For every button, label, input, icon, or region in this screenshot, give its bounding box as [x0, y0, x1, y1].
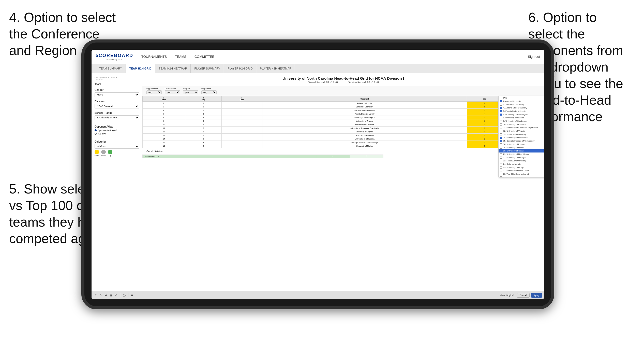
sub-nav-team-h2h-grid[interactable]: TEAM H2H GRID [126, 64, 155, 73]
dropdown-item[interactable]: 25. University of Oregon [499, 166, 544, 169]
sub-nav-player-h2h-grid[interactable]: PLAYER H2H GRID [224, 64, 256, 73]
toolbar-copy[interactable]: ▣ [109, 293, 113, 297]
cell-win: 5 [467, 144, 503, 148]
dropdown-item[interactable]: 6. University of Washington [499, 113, 544, 116]
col-rank: #Rank [143, 96, 185, 102]
dropdown-item[interactable]: 11. University of Arkansas, Fayetteville [499, 126, 544, 129]
dropdown-item[interactable]: 5. Florida State University [499, 109, 544, 113]
cell-rank: 9 [143, 119, 185, 123]
dropdown-item[interactable]: 18. University of Illinois [499, 146, 544, 149]
colour-select[interactable]: Win/loss [95, 144, 139, 149]
gender-select[interactable]: Men's [95, 92, 139, 97]
dropdown-item[interactable]: 16. University of Florida [499, 143, 544, 146]
school-select[interactable]: 1. University of Nort... [95, 115, 139, 120]
dropdown-item[interactable]: 12. University of Virginia [499, 129, 544, 133]
team-section: Team [95, 83, 139, 86]
dropdown-item-label: 22. University of Georgia [503, 156, 526, 159]
checkbox [500, 173, 502, 175]
dropdown-item[interactable]: 3. Vanderbilt University [499, 103, 544, 106]
table-row: 10 5 University of Alabama 3 0 [143, 123, 544, 127]
dropdown-item[interactable]: 23. Texas A&M University [499, 159, 544, 162]
checkbox [500, 120, 502, 122]
checkbox [500, 147, 502, 149]
dropdown-item[interactable]: 21. University of New Mexico [499, 152, 544, 156]
dropdown-item[interactable]: 24. Duke University [499, 162, 544, 166]
table-row: 15 4 Georgia Institute of Technology 5 0 [143, 141, 544, 144]
dropdown-item[interactable]: 15. Georgia Institute of Technology [499, 139, 544, 143]
center-content: University of North Carolina Head-to-Hea… [142, 73, 544, 291]
nav-tournaments[interactable]: TOURNAMENTS [141, 54, 167, 60]
dropdown-item-label: 25. University of Oregon [503, 166, 525, 169]
nav-teams[interactable]: TEAMS [175, 54, 186, 60]
checkbox [500, 110, 502, 112]
filter-region-select[interactable]: (All) [183, 90, 198, 94]
dropdown-item[interactable]: 29. San Diego State University [499, 176, 544, 177]
dropdown-item-label: 12. University of Virginia [503, 130, 525, 132]
cell-win: 1 [467, 116, 503, 119]
division-label: Division [95, 100, 139, 103]
dropdown-item[interactable]: 14. University of Oklahoma [499, 136, 544, 139]
colour-level-dot [101, 150, 106, 154]
sub-nav-team-summary[interactable]: TEAM SUMMARY [96, 64, 126, 73]
checkbox [500, 114, 502, 116]
colour-down: Down [95, 150, 99, 157]
dropdown-item[interactable]: 2. Auburn University [499, 100, 544, 103]
cancel-button[interactable]: Cancel [517, 293, 530, 298]
cell-conf [221, 109, 262, 112]
out-division-row: NCAA Division II 1 0 [143, 155, 383, 158]
filter-opponents-select[interactable]: (All) [146, 90, 162, 94]
cell-win: 4 [467, 112, 503, 116]
division-select[interactable]: NCAA Division I [95, 104, 139, 108]
dropdown-item[interactable]: 8. University of Arizona [499, 116, 544, 119]
table-row: 3 2 Vanderbilt University 0 4 [143, 105, 544, 109]
dropdown-item[interactable]: 4. Arizona State University [499, 106, 544, 109]
radio-opponents-played[interactable]: Opponents Played [95, 129, 139, 132]
cell-win: 1 [467, 130, 503, 134]
toolbar-settings[interactable]: ⚙ [114, 293, 118, 297]
cell-opponent: University of Florida [262, 144, 467, 148]
dropdown-item[interactable]: 28. The Ohio State University [499, 172, 544, 176]
tablet-screen: 5COREBOARD Powered by sport TOURNAMENTS … [92, 50, 544, 299]
dropdown-item[interactable]: 27. University of Notre Dame [499, 169, 544, 172]
dropdown-item[interactable]: (All) [499, 96, 544, 100]
cell-opponent: Vanderbilt University [262, 105, 467, 109]
cell-conf: 1 [221, 102, 262, 105]
cell-reg: 5 [185, 123, 221, 127]
dropdown-item[interactable]: 9. University of Oklahoma [499, 119, 544, 123]
nav-committee[interactable]: COMMITTEE [194, 54, 214, 60]
checkbox [500, 143, 502, 145]
nav-items: TOURNAMENTS TEAMS COMMITTEE [141, 54, 522, 60]
cell-opponent: University of Arkansas, Fayetteville [262, 127, 467, 130]
col-win: Win [467, 96, 503, 102]
filter-opponent-select[interactable]: (All) [201, 90, 217, 94]
table-row: 4 1 Arizona State University 5 1 [143, 109, 544, 112]
toolbar-back[interactable]: ◀ [104, 293, 108, 297]
cell-conf [221, 123, 262, 127]
sub-nav-player-summary[interactable]: PLAYER SUMMARY [191, 64, 224, 73]
dropdown-item[interactable]: 10. University of Alabama [499, 123, 544, 126]
cell-opponent: Georgia Institute of Technology [262, 141, 467, 144]
cell-reg: 2 [185, 137, 221, 141]
cell-win: 5 [467, 141, 503, 144]
toolbar-monitor[interactable]: ◼ [130, 293, 134, 297]
cell-conf [221, 137, 262, 141]
out-division-name: NCAA Division II [143, 155, 316, 158]
sub-nav-team-h2h-heatmap[interactable]: TEAM H2H HEATMAP [155, 64, 191, 73]
cell-rank: 11 [143, 127, 185, 130]
dropdown-item-label: 5. Florida State University [503, 110, 527, 112]
opponent-view-section: Opponent View Opponents Played Top 100 [95, 125, 139, 135]
dropdown-item[interactable]: 13. Texas Tech University [499, 133, 544, 136]
division-record: Division Record: 88 - 17 - 0 [348, 81, 379, 84]
apply-button[interactable]: Apply [531, 293, 542, 298]
toolbar-clock[interactable]: ◯ [122, 293, 127, 297]
cell-rank: 3 [143, 105, 185, 109]
filter-conference-select[interactable]: (All) [165, 90, 180, 94]
toolbar-redo[interactable]: ↷ [99, 293, 103, 297]
dropdown-item[interactable]: 20. University of Texas [499, 149, 544, 152]
radio-top-100[interactable]: Top 100 [95, 132, 139, 135]
nav-sign-out[interactable]: Sign out [528, 55, 540, 59]
sub-nav-player-h2h-heatmap[interactable]: PLAYER H2H HEATMAP [256, 64, 295, 73]
toolbar-undo[interactable]: ↶ [94, 293, 98, 297]
dropdown-item[interactable]: 22. University of Georgia [499, 156, 544, 159]
dropdown-item-label: 6. University of Washington [503, 113, 528, 116]
